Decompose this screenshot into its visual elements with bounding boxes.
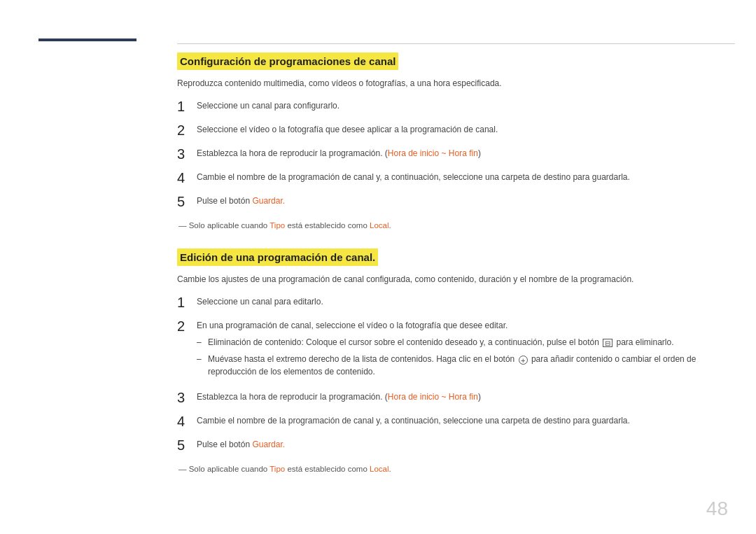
- note1-text-middle: está establecido como: [285, 221, 370, 230]
- step-number-2: 2: [177, 122, 197, 139]
- note1-text-before: Solo aplicable cuando: [189, 221, 270, 230]
- step-text-2: Seleccione el vídeo o la fotografía que …: [197, 123, 728, 136]
- step2-sub-bullets: – Eliminación de contenido: Coloque el c…: [197, 336, 728, 378]
- sub-bullet-1: – Eliminación de contenido: Coloque el c…: [197, 336, 728, 349]
- note2-text-after: .: [389, 465, 391, 473]
- step-text-1: Seleccione un canal para configurarlo.: [197, 99, 728, 112]
- page-container: Configuración de programaciones de canal…: [0, 0, 756, 534]
- sb2-before: Muévase hasta el extremo derecho de la l…: [208, 354, 517, 364]
- note2-text-before: Solo aplicable cuando: [189, 465, 270, 473]
- section1-note: ― Solo aplicable cuando Tipo está establ…: [177, 220, 728, 232]
- main-content: Configuración de programaciones de canal…: [177, 52, 728, 506]
- note2-tipo: Tipo: [270, 465, 285, 473]
- sidebar-accent: [38, 38, 136, 41]
- sb1-before: Eliminación de contenido: Coloque el cur…: [208, 337, 601, 347]
- note2-local: Local: [370, 465, 389, 473]
- step5-highlight: Guardar.: [252, 196, 285, 206]
- top-border: [177, 43, 735, 44]
- section1-step-5: 5 Pulse el botón Guardar.: [177, 195, 728, 210]
- section2-intro: Cambie los ajustes de una programación d…: [177, 273, 728, 286]
- section1-intro: Reproduzca contenido multimedia, como ví…: [177, 77, 728, 90]
- step-text-3: Establezca la hora de reproducir la prog…: [197, 147, 728, 160]
- section2-note: ― Solo aplicable cuando Tipo está establ…: [177, 463, 728, 475]
- s2-step-number-1: 1: [177, 294, 197, 311]
- s2-step3-before: Establezca la hora de reproducir la prog…: [197, 392, 388, 402]
- section1-title: Configuración de programaciones de canal: [177, 52, 398, 70]
- s2-step-text-4: Cambie el nombre de la programación de c…: [197, 414, 728, 427]
- add-icon: +: [519, 356, 528, 365]
- note1-local: Local: [370, 221, 389, 230]
- step3-text-before: Establezca la hora de reproducir la prog…: [197, 148, 388, 158]
- section1-step-4: 4 Cambie el nombre de la programación de…: [177, 171, 728, 186]
- s2-step-text-5: Pulse el botón Guardar.: [197, 438, 728, 451]
- section2-step-5: 5 Pulse el botón Guardar.: [177, 438, 728, 454]
- s2-step5-highlight: Guardar.: [252, 440, 285, 449]
- step-number-4: 4: [177, 169, 197, 186]
- s2-step-number-5: 5: [177, 437, 197, 454]
- s2-step-number-3: 3: [177, 389, 197, 406]
- s2-step-text-1: Seleccione un canal para editarlo.: [197, 295, 728, 308]
- section1-steps: 1 Seleccione un canal para configurarlo.…: [177, 99, 728, 210]
- step3-text-after: ): [478, 148, 481, 158]
- section1-step-2: 2 Seleccione el vídeo o la fotografía qu…: [177, 123, 728, 139]
- step-text-4: Cambie el nombre de la programación de c…: [197, 171, 728, 183]
- note2-dash: ―: [178, 465, 187, 473]
- step-number-3: 3: [177, 146, 197, 162]
- sub-bullet-2: – Muévase hasta el extremo derecho de la…: [197, 353, 728, 378]
- section1-step-3: 3 Establezca la hora de reproducir la pr…: [177, 147, 728, 162]
- step-text-5: Pulse el botón Guardar.: [197, 195, 728, 207]
- s2-step2-main: En una programación de canal, seleccione…: [197, 321, 507, 330]
- section2: Edición de una programación de canal. Ca…: [177, 248, 728, 475]
- note2-text-middle: está establecido como: [285, 465, 370, 473]
- s2-step-text-3: Establezca la hora de reproducir la prog…: [197, 391, 728, 403]
- note1-tipo: Tipo: [270, 221, 285, 230]
- sub-bullet-dash-1: –: [197, 336, 208, 349]
- page-number: 48: [706, 498, 728, 520]
- section2-title: Edición de una programación de canal.: [177, 248, 378, 266]
- step3-highlight: Hora de inicio ~ Hora fin: [388, 148, 478, 158]
- note1-dash: ―: [178, 221, 187, 230]
- section2-step-1: 1 Seleccione un canal para editarlo.: [177, 295, 728, 311]
- section2-steps: 1 Seleccione un canal para editarlo. 2 E…: [177, 295, 728, 454]
- sub-bullet-text-1: Eliminación de contenido: Coloque el cur…: [208, 336, 728, 349]
- sub-bullet-text-2: Muévase hasta el extremo derecho de la l…: [208, 353, 728, 378]
- sub-bullet-dash-2: –: [197, 353, 208, 365]
- section2-step-4: 4 Cambie el nombre de la programación de…: [177, 414, 728, 430]
- s2-step3-after: ): [478, 392, 481, 402]
- note1-text-after: .: [389, 221, 391, 230]
- section1-step-1: 1 Seleccione un canal para configurarlo.: [177, 99, 728, 115]
- s2-step-number-4: 4: [177, 413, 197, 430]
- section1: Configuración de programaciones de canal…: [177, 52, 728, 232]
- s2-step-text-2: En una programación de canal, seleccione…: [197, 319, 728, 382]
- step-number-5: 5: [177, 193, 197, 210]
- step-number-1: 1: [177, 98, 197, 115]
- s2-step-number-2: 2: [177, 318, 197, 335]
- section2-step-3: 3 Establezca la hora de reproducir la pr…: [177, 391, 728, 406]
- sb1-after: para eliminarlo.: [614, 337, 673, 347]
- s2-step5-before: Pulse el botón: [197, 440, 252, 449]
- delete-icon: ⊟: [603, 339, 612, 347]
- step5-text-before: Pulse el botón: [197, 196, 252, 206]
- s2-step3-highlight: Hora de inicio ~ Hora fin: [388, 392, 478, 402]
- section2-step-2: 2 En una programación de canal, seleccio…: [177, 319, 728, 382]
